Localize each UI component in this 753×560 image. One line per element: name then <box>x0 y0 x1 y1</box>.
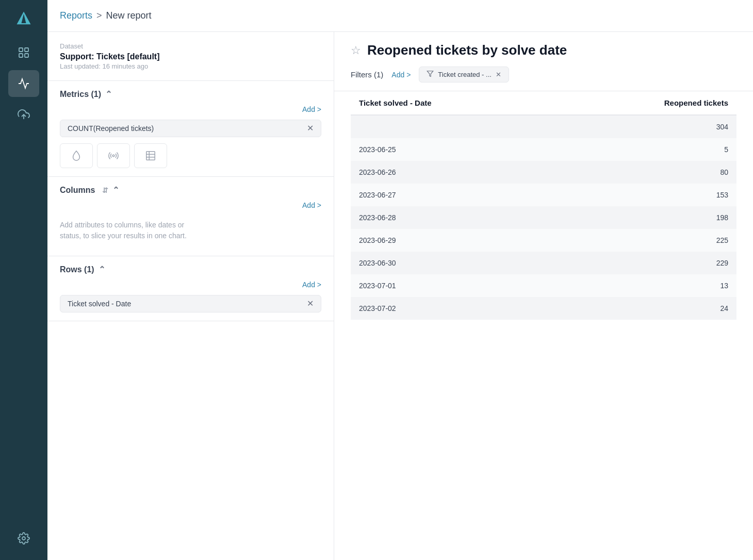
table-row: 2023-06-30229 <box>351 252 736 274</box>
cell-count: 198 <box>553 206 736 229</box>
table-row: 2023-06-29225 <box>351 229 736 252</box>
cell-date: 2023-06-27 <box>351 184 553 206</box>
filters-label: Filters (1) <box>351 70 383 79</box>
cell-count: 80 <box>553 161 736 184</box>
filter-tag-close[interactable]: ✕ <box>496 71 501 78</box>
table-row: 304 <box>351 115 736 138</box>
sidebar-item-upload[interactable] <box>8 101 39 128</box>
breadcrumb-current: New report <box>106 10 152 21</box>
dataset-label: Dataset <box>60 42 321 50</box>
chart-type-table[interactable] <box>134 143 167 168</box>
cell-date: 2023-06-25 <box>351 138 553 161</box>
rows-title: Rows (1) ⌃ <box>60 265 105 274</box>
metrics-title: Metrics (1) ⌃ <box>60 89 112 99</box>
content-area: Dataset Support: Tickets [default] Last … <box>47 32 753 560</box>
columns-section: Columns ⇵ ⌃ Add > Add attributes to colu… <box>47 177 334 256</box>
results-table: Ticket solved - Date Reopened tickets 30… <box>351 91 736 320</box>
table-row: 2023-06-255 <box>351 138 736 161</box>
svg-rect-2 <box>19 48 23 52</box>
cell-date: 2023-06-28 <box>351 206 553 229</box>
cell-date: 2023-07-02 <box>351 297 553 320</box>
svg-point-8 <box>112 155 114 157</box>
svg-rect-4 <box>19 54 23 57</box>
columns-title: Columns ⇵ ⌃ <box>60 185 119 195</box>
report-title-row: ☆ Reopened tickets by solve date <box>351 42 736 58</box>
cell-date <box>351 115 553 138</box>
metrics-chevron[interactable]: ⌃ <box>105 89 112 99</box>
rows-add-button[interactable]: Add > <box>302 281 321 289</box>
rows-tag-close[interactable]: ✕ <box>307 300 314 308</box>
cell-count: 153 <box>553 184 736 206</box>
breadcrumb-parent[interactable]: Reports <box>60 10 92 21</box>
svg-point-7 <box>22 537 25 540</box>
rows-section-header: Rows (1) ⌃ <box>60 265 321 274</box>
star-icon[interactable]: ☆ <box>351 44 361 57</box>
chart-type-droplet[interactable] <box>60 143 93 168</box>
columns-section-header: Columns ⇵ ⌃ <box>60 185 321 195</box>
metrics-add-button[interactable]: Add > <box>302 105 321 113</box>
right-panel: ☆ Reopened tickets by solve date Filters… <box>334 32 753 560</box>
cell-count: 5 <box>553 138 736 161</box>
logo[interactable] <box>11 6 36 31</box>
filter-tag: Ticket created - ... ✕ <box>419 67 509 83</box>
table-row: 2023-07-0224 <box>351 297 736 320</box>
cell-date: 2023-07-01 <box>351 274 553 297</box>
left-panel: Dataset Support: Tickets [default] Last … <box>47 32 334 560</box>
columns-sort-icon: ⇵ <box>102 186 108 194</box>
columns-placeholder: Add attributes to columns, like dates or… <box>60 216 321 248</box>
filters-add-button[interactable]: Add > <box>391 71 411 79</box>
cell-count: 304 <box>553 115 736 138</box>
cell-date: 2023-06-26 <box>351 161 553 184</box>
svg-marker-13 <box>427 71 433 77</box>
table-row: 2023-07-0113 <box>351 274 736 297</box>
cell-count: 229 <box>553 252 736 274</box>
report-title: Reopened tickets by solve date <box>367 42 567 58</box>
rows-tag: Ticket solved - Date ✕ <box>60 295 321 312</box>
columns-chevron[interactable]: ⌃ <box>112 185 119 195</box>
svg-rect-5 <box>25 54 28 57</box>
table-row: 2023-06-27153 <box>351 184 736 206</box>
sidebar-item-dashboard[interactable] <box>8 39 39 66</box>
dataset-name: Support: Tickets [default] <box>60 52 321 61</box>
metrics-tag-close[interactable]: ✕ <box>307 124 314 133</box>
table-row: 2023-06-28198 <box>351 206 736 229</box>
table-row: 2023-06-2680 <box>351 161 736 184</box>
cell-date: 2023-06-30 <box>351 252 553 274</box>
chart-type-row <box>60 143 321 168</box>
svg-rect-9 <box>146 152 155 160</box>
col-header-count: Reopened tickets <box>553 91 736 115</box>
filter-icon <box>427 70 434 79</box>
rows-section: Rows (1) ⌃ Add > Ticket solved - Date ✕ <box>47 256 334 321</box>
col-header-date: Ticket solved - Date <box>351 91 553 115</box>
rows-chevron[interactable]: ⌃ <box>99 265 105 274</box>
dataset-info: Dataset Support: Tickets [default] Last … <box>47 32 334 81</box>
metrics-section-header: Metrics (1) ⌃ <box>60 89 321 99</box>
report-header: ☆ Reopened tickets by solve date Filters… <box>334 32 753 91</box>
sidebar-item-settings[interactable] <box>8 525 39 552</box>
metrics-section: Metrics (1) ⌃ Add > COUNT(Reopened ticke… <box>47 81 334 177</box>
cell-count: 13 <box>553 274 736 297</box>
columns-add-button[interactable]: Add > <box>302 201 321 209</box>
main-area: Reports > New report Dataset Support: Ti… <box>47 0 753 560</box>
table-container: Ticket solved - Date Reopened tickets 30… <box>334 91 753 560</box>
sidebar <box>0 0 47 560</box>
chart-type-broadcast[interactable] <box>97 143 130 168</box>
filters-row: Filters (1) Add > Ticket created - ... ✕ <box>351 67 736 83</box>
cell-count: 24 <box>553 297 736 320</box>
dataset-updated: Last updated: 16 minutes ago <box>60 62 321 70</box>
breadcrumb-separator: > <box>96 10 102 21</box>
metrics-tag: COUNT(Reopened tickets) ✕ <box>60 120 321 137</box>
svg-rect-3 <box>25 48 28 52</box>
sidebar-item-reports[interactable] <box>8 70 39 97</box>
cell-date: 2023-06-29 <box>351 229 553 252</box>
header: Reports > New report <box>47 0 753 32</box>
cell-count: 225 <box>553 229 736 252</box>
